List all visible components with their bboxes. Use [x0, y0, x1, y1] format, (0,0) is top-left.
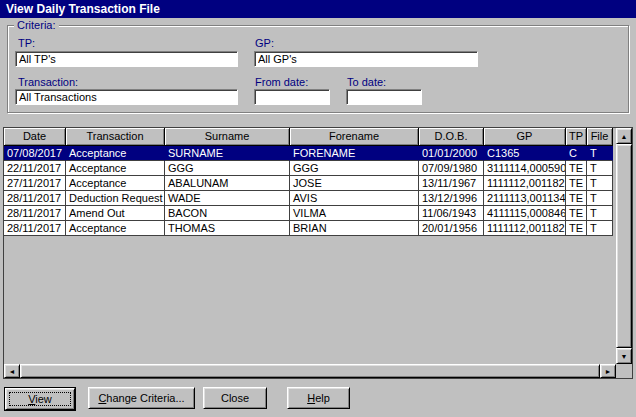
cell-date: 28/11/2017: [4, 206, 66, 221]
scroll-down-button[interactable]: ▼: [616, 348, 632, 364]
scrollbar-corner: [616, 364, 632, 378]
cell-surname: GGG: [165, 161, 290, 176]
table-row[interactable]: 28/11/2017 Acceptance THOMAS BRIAN 20/01…: [4, 221, 613, 236]
cell-date: 22/11/2017: [4, 161, 66, 176]
vertical-scroll-thumb[interactable]: [616, 144, 632, 348]
cell-tp: TE: [566, 161, 587, 176]
scroll-up-button[interactable]: ▲: [616, 128, 632, 144]
cell-tp: C: [566, 146, 587, 161]
left-arrow-icon: ◄: [9, 368, 16, 375]
from-date-input[interactable]: [254, 89, 330, 105]
table-row[interactable]: 22/11/2017 Acceptance GGG GGG 07/09/1980…: [4, 161, 613, 176]
right-arrow-icon: ►: [605, 368, 612, 375]
cell-file: T: [587, 146, 613, 161]
cell-tp: TE: [566, 221, 587, 236]
vertical-scrollbar[interactable]: ▲ ▼: [616, 128, 632, 364]
transaction-grid: Date Transaction Surname Forename D.O.B.…: [3, 127, 633, 379]
cell-transaction: Acceptance: [66, 161, 165, 176]
cell-surname: WADE: [165, 191, 290, 206]
table-row[interactable]: 07/08/2017 Acceptance SURNAME FORENAME 0…: [4, 146, 613, 161]
cell-gp: C1365: [484, 146, 566, 161]
window-title: View Daily Transaction File: [6, 2, 160, 16]
cell-forename: BRIAN: [290, 221, 419, 236]
column-header-transaction: Transaction: [66, 128, 165, 146]
cell-file: T: [587, 161, 613, 176]
title-bar[interactable]: View Daily Transaction File: [0, 0, 636, 18]
view-button[interactable]: View: [5, 388, 75, 410]
cell-forename: GGG: [290, 161, 419, 176]
gp-input[interactable]: [254, 51, 478, 67]
transaction-input[interactable]: [15, 89, 238, 105]
cell-tp: TE: [566, 191, 587, 206]
change-criteria-button-label: Change Criteria...: [98, 392, 184, 404]
scroll-right-button[interactable]: ►: [600, 364, 616, 378]
view-daily-transaction-file-dialog: View Daily Transaction File Criteria: TP…: [0, 0, 636, 417]
cell-dob: 20/01/1956: [419, 221, 484, 236]
cell-transaction: Deduction Request: [66, 191, 165, 206]
column-header-surname: Surname: [165, 128, 290, 146]
cell-gp: 1111112,001182: [484, 176, 566, 191]
close-button-label: Close: [221, 392, 249, 404]
grid-body: 07/08/2017 Acceptance SURNAME FORENAME 0…: [4, 146, 616, 364]
cell-surname: SURNAME: [165, 146, 290, 161]
cell-transaction: Acceptance: [66, 146, 165, 161]
view-button-label: View: [28, 393, 52, 405]
cell-forename: JOSE: [290, 176, 419, 191]
tp-input[interactable]: [15, 51, 238, 67]
grid-header-row: Date Transaction Surname Forename D.O.B.…: [4, 128, 616, 146]
cell-gp: 3111114,000590: [484, 161, 566, 176]
transaction-label: Transaction:: [18, 76, 78, 88]
down-arrow-icon: ▼: [621, 353, 628, 360]
cell-forename: VILMA: [290, 206, 419, 221]
cell-file: T: [587, 191, 613, 206]
cell-gp: 2111113,001134: [484, 191, 566, 206]
column-header-dob: D.O.B.: [419, 128, 484, 146]
cell-transaction: Acceptance: [66, 176, 165, 191]
cell-dob: 01/01/2000: [419, 146, 484, 161]
table-row[interactable]: 28/11/2017 Amend Out BACON VILMA 11/06/1…: [4, 206, 613, 221]
cell-surname: THOMAS: [165, 221, 290, 236]
cell-dob: 13/12/1996: [419, 191, 484, 206]
table-row[interactable]: 28/11/2017 Deduction Request WADE AVIS 1…: [4, 191, 613, 206]
cell-file: T: [587, 176, 613, 191]
to-date-label: To date:: [347, 76, 386, 88]
cell-date: 28/11/2017: [4, 221, 66, 236]
cell-file: T: [587, 206, 613, 221]
column-header-tp: TP: [566, 128, 587, 146]
cell-forename: FORENAME: [290, 146, 419, 161]
close-button[interactable]: Close: [203, 387, 267, 409]
cell-surname: ABALUNAM: [165, 176, 290, 191]
cell-gp: 4111115,000846: [484, 206, 566, 221]
help-button-label: Help: [307, 392, 330, 404]
table-row[interactable]: 27/11/2017 Acceptance ABALUNAM JOSE 13/1…: [4, 176, 613, 191]
cell-surname: BACON: [165, 206, 290, 221]
from-date-label: From date:: [255, 76, 308, 88]
column-header-date: Date: [4, 128, 66, 146]
cell-tp: TE: [566, 176, 587, 191]
column-header-gp: GP: [484, 128, 566, 146]
cell-transaction: Amend Out: [66, 206, 165, 221]
cell-file: T: [587, 221, 613, 236]
criteria-legend: Criteria:: [14, 19, 59, 31]
change-criteria-button[interactable]: Change Criteria...: [88, 387, 195, 409]
scroll-left-button[interactable]: ◄: [4, 364, 20, 378]
cell-dob: 07/09/1980: [419, 161, 484, 176]
gp-label: GP:: [255, 37, 274, 49]
cell-date: 28/11/2017: [4, 191, 66, 206]
cell-dob: 13/11/1967: [419, 176, 484, 191]
help-button[interactable]: Help: [287, 387, 350, 409]
column-header-file: File: [587, 128, 613, 146]
cell-tp: TE: [566, 206, 587, 221]
to-date-input[interactable]: [346, 89, 422, 105]
cell-forename: AVIS: [290, 191, 419, 206]
up-arrow-icon: ▲: [621, 133, 628, 140]
horizontal-scroll-thumb[interactable]: [20, 364, 600, 378]
cell-date: 07/08/2017: [4, 146, 66, 161]
tp-label: TP:: [18, 37, 35, 49]
cell-date: 27/11/2017: [4, 176, 66, 191]
cell-transaction: Acceptance: [66, 221, 165, 236]
horizontal-scrollbar[interactable]: ◄ ►: [4, 364, 616, 378]
column-header-forename: Forename: [290, 128, 419, 146]
cell-dob: 11/06/1943: [419, 206, 484, 221]
cell-gp: 1111112,001182: [484, 221, 566, 236]
